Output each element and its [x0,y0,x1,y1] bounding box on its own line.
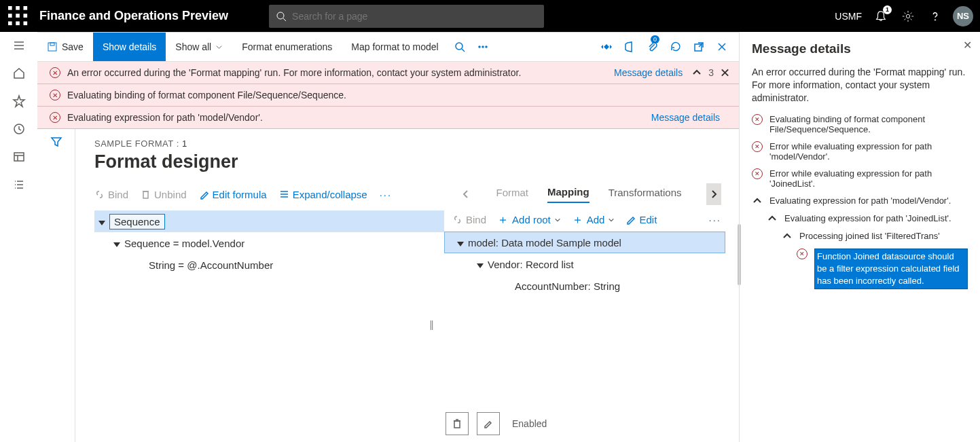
settings-icon[interactable] [894,3,922,30]
svg-point-12 [934,19,935,20]
model-node-vendor[interactable]: Vendor: Record list [444,253,725,275]
msg-item-expandable[interactable]: Processing joined list 'FilteredTrans' [782,231,968,242]
show-all-dropdown[interactable]: Show all [166,33,232,61]
msg-item[interactable]: ✕Error while evaluating expression for p… [752,141,968,162]
refresh-icon[interactable] [664,35,687,58]
more-icon[interactable]: ··· [708,214,721,225]
save-button[interactable]: Save [37,33,93,61]
svg-point-9 [277,12,284,19]
edit-button[interactable] [477,412,500,435]
msg-item-final[interactable]: ✕ Function Joined datasource should be a… [797,248,968,290]
bind-button[interactable]: Bind [94,189,128,200]
app-launcher-icon[interactable] [8,6,29,26]
edit-formula-button[interactable]: Edit formula [199,189,267,200]
tab-nav-next[interactable] [706,183,721,205]
tree-node-sequence[interactable]: Sequence [94,210,444,232]
new-window-icon[interactable] [687,35,710,58]
home-icon[interactable] [12,67,26,82]
company-label[interactable]: USMF [835,11,862,22]
svg-line-10 [283,18,286,21]
tree-node-sequence-vendor[interactable]: Sequence = model.Vendor [94,232,444,254]
svg-rect-4 [16,14,20,18]
close-panel-icon[interactable]: ✕ [963,39,972,52]
bind-button[interactable]: Bind [452,214,486,225]
message-details-link[interactable]: Message details [614,67,683,78]
svg-rect-27 [50,43,54,45]
pane-tabs: Format Mapping Transformations [452,182,725,206]
svg-rect-17 [14,153,24,161]
modules-icon[interactable] [12,178,26,194]
message-details-panel: ✕ Message details An error occurred duri… [739,32,980,442]
left-nav-rail [0,32,37,442]
svg-rect-44 [454,421,460,428]
search-input[interactable] [292,11,537,22]
msg-item[interactable]: ✕Evaluating binding of format component … [752,114,968,134]
close-icon[interactable] [710,35,733,58]
error-icon: ✕ [50,90,60,100]
panel-title: Message details [752,41,968,56]
attachments-icon[interactable]: 0 [641,35,664,58]
command-bar: Save Show details Show all Format enumer… [37,33,739,62]
chevron-up-icon [782,231,793,242]
map-format-to-model-button[interactable]: Map format to model [342,33,448,61]
more-icon[interactable] [471,35,494,58]
svg-rect-0 [8,6,12,10]
svg-point-30 [479,46,480,48]
banner-text: An error occurred during the 'Format map… [67,67,521,78]
breadcrumb: SAMPLE FORMAT : 1 [94,139,739,149]
error-banner-3: ✕ Evaluating expression for path 'model/… [37,107,739,129]
tree-node-string-account[interactable]: String = @.AccountNumber [94,254,444,276]
panel-description: An error occurred during the 'Format map… [752,66,968,105]
add-root-button[interactable]: ＋Add root [497,212,561,227]
svg-point-32 [486,46,487,48]
model-node-account[interactable]: AccountNumber: String [444,275,725,297]
format-enumerations-button[interactable]: Format enumerations [232,33,342,61]
workspaces-icon[interactable] [12,150,26,166]
page-title: Format designer [94,151,739,172]
tab-mapping[interactable]: Mapping [547,186,589,203]
diamond-icon[interactable] [595,35,618,58]
expand-collapse-button[interactable]: Expand/collapse [279,189,367,200]
edit-button[interactable]: Edit [625,214,657,225]
chevron-up-icon[interactable] [692,68,702,77]
svg-line-29 [462,49,465,52]
hamburger-icon[interactable] [12,39,26,54]
error-icon: ✕ [50,67,60,78]
more-icon[interactable]: ··· [380,189,393,200]
unbind-button[interactable]: Unbind [141,189,187,200]
splitter-handle-icon[interactable]: ‖ [429,319,434,330]
message-details-link[interactable]: Message details [651,112,720,123]
show-details-button[interactable]: Show details [93,33,166,61]
svg-rect-6 [8,21,12,25]
format-tree-pane: Bind Unbind Edit formula Expand/collapse… [94,182,444,297]
favorites-icon[interactable] [12,94,26,110]
recent-icon[interactable] [12,122,26,138]
enabled-label: Enabled [512,418,547,429]
notifications-icon[interactable]: 1 [867,3,894,30]
tab-transformations[interactable]: Transformations [609,187,682,202]
close-banner-icon[interactable] [721,68,729,77]
svg-line-34 [699,43,703,47]
add-button[interactable]: ＋Add [572,212,615,227]
msg-item-expandable[interactable]: Evaluating expression for path 'model/Ve… [752,196,968,206]
svg-rect-1 [16,6,20,10]
filter-icon[interactable] [50,136,62,442]
search-icon[interactable] [448,35,471,58]
office-icon[interactable] [618,35,641,58]
help-icon[interactable] [922,3,949,30]
svg-rect-3 [8,14,12,18]
tab-format[interactable]: Format [496,187,529,202]
designer-area: SAMPLE FORMAT : 1 Format designer Bind U… [37,129,739,442]
svg-rect-39 [143,191,148,198]
avatar[interactable]: NS [953,6,973,26]
tab-nav-prev[interactable] [458,183,473,205]
msg-item-expandable[interactable]: Evaluating expression for path 'JoinedLi… [767,213,968,224]
topbar: Finance and Operations Preview USMF 1 NS [0,0,980,32]
error-banner-2: ✕ Evaluating binding of format component… [37,84,739,107]
svg-rect-2 [24,6,28,10]
svg-point-28 [456,43,462,50]
delete-button[interactable] [446,412,469,435]
msg-item[interactable]: ✕Error while evaluating expression for p… [752,168,968,189]
search-box[interactable] [269,5,544,28]
model-node-root[interactable]: model: Data model Sample model [444,232,725,253]
